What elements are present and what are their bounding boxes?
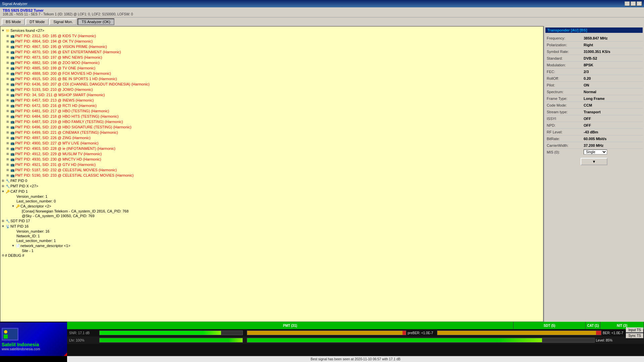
list-item[interactable]: ⊞ 📺 PMT PID: 6487, SID: 219 @ HBO FAMILY… (0, 119, 543, 124)
list-item[interactable]: ⊞ 📺 PMT PID: 6481, SID: 217 @ HBO (TESTI… (0, 108, 543, 114)
maximize-button[interactable]: □ (631, 1, 636, 6)
close-button[interactable]: X (637, 1, 642, 6)
minimize-button[interactable]: _ (625, 1, 630, 6)
mod-label: Modulation: (547, 63, 584, 67)
expand-icon[interactable]: ⊞ (6, 173, 10, 177)
list-item[interactable]: ⊞ 📺 PMT PID: 4897, SID: 226 @ ZING (Harm… (0, 135, 543, 140)
expand-icon[interactable]: ⊞ (6, 71, 10, 75)
list-item[interactable]: ⊞ 📺 PMT PID: 5190, SID: 233 @ CELESTIAL … (0, 173, 543, 178)
pmt-x-root[interactable]: ⊞ 🔧 PMT PID X <27> (0, 183, 543, 189)
param-carrier-width: CarrierWidth: 37.200 MHz (545, 142, 643, 149)
service-label: PMT PID: 5190, SID: 233 @ CELESTIAL CLAS… (15, 173, 134, 177)
param-bitrate: BitRate: 60.005 Mbit/s (545, 135, 643, 142)
list-item[interactable]: ⊞ 📺 PMT PID: 5187, SID: 232 @ CELESTIAL … (0, 167, 543, 173)
expand-icon[interactable]: ⊞ (6, 146, 10, 150)
list-item[interactable]: ⊞ 📺 PMT PID: 4915, SID: 201 @ BE IN SPOR… (0, 76, 543, 81)
list-item[interactable]: ⊞ 📺 PMT PID: 4882, SID: 198 @ ZOO MOO (H… (0, 60, 543, 65)
window-title: Signal Analyzer (2, 2, 28, 6)
expand-icon[interactable]: ⊞ (6, 109, 10, 113)
expand-icon[interactable]: ⊞ (6, 168, 10, 172)
tv-icon: 📺 (10, 109, 15, 113)
ts-analyzer-button[interactable]: TS Analyzer (OK) (77, 18, 114, 25)
expand-icon[interactable]: ⊞ (6, 120, 10, 124)
sdt-root[interactable]: ⊞ 🔧 SDT PID 17 (0, 218, 543, 224)
list-item[interactable]: ⊞ 📺 PMT PID: 4921, SID: 231 @ GTV HD (Ha… (0, 162, 543, 167)
nit-expand-icon[interactable]: ▼ (1, 224, 5, 228)
expand-icon[interactable]: ⊞ (6, 104, 10, 108)
pmt-x-label: PMT PID X <27> (10, 184, 38, 188)
list-item[interactable]: ⊞ 📺 PMT PID: 4930, SID: 230 @ MNCTV HD (… (0, 157, 543, 162)
expand-icon[interactable]: ⊞ (6, 163, 10, 167)
list-item[interactable]: ⊞ 📺 PMT PID: 4888, SID: 200 @ FOX MOVIES… (0, 71, 543, 76)
expand-icon[interactable]: ⊞ (6, 114, 10, 118)
list-item[interactable]: ⊞ 📺 PMT PID: 6496, SID: 220 @ HBO SIGNAT… (0, 124, 543, 130)
tree-panel[interactable]: ▼ 📁 Services found <27> ⊞ 📺 PMT PID: 231… (0, 26, 543, 322)
expand-icon[interactable]: ⊞ (6, 82, 10, 86)
pmt-x-expand-icon[interactable]: ⊞ (1, 184, 5, 188)
cat-root[interactable]: ▼ 🔑 CAT PID 1 (0, 189, 543, 194)
pat-root[interactable]: ⊞ 🔧 PAT PID 0 (0, 178, 543, 183)
expand-icon[interactable]: ⊞ (6, 77, 10, 81)
input-ts-button[interactable]: Input TS (626, 327, 643, 333)
list-item[interactable]: ⊞ 📺 PMT PID: 6436, SID: 207 @ CDI (CHANN… (0, 81, 543, 87)
sdt-expand-icon[interactable]: ⊞ (1, 219, 5, 223)
list-item[interactable]: ⊞ 📺 PMT PID: 5193, SID: 210 @ JOWO (Harm… (0, 87, 543, 92)
expand-icon[interactable]: ⊞ (6, 141, 10, 145)
tv-icon: 📺 (10, 135, 15, 140)
expand-icon[interactable]: ⊞ (6, 50, 10, 54)
scroll-button[interactable]: ▼ (581, 158, 607, 165)
expand-icon[interactable]: ⊞ (6, 61, 10, 65)
list-item[interactable]: ⊞ 📺 PMT PID: 4873, SID: 197 @ MNC NEWS (… (0, 55, 543, 60)
pat-expand-icon[interactable]: ⊞ (1, 179, 5, 183)
bs-mode-button[interactable]: BS Mode (2, 18, 25, 25)
std-value: DVB-S2 (584, 56, 597, 60)
list-item[interactable]: ⊞ 📺 PMT PID: 6484, SID: 218 @ HBO HITS (… (0, 114, 543, 119)
list-item[interactable]: ⊞ 📺 PMT PID: 4903, SID: 228 @ ie (INFOTA… (0, 146, 543, 151)
sync-ts-button[interactable]: Sync TS (626, 333, 643, 338)
signal-mon-button[interactable]: Signal Mon. (49, 18, 77, 25)
expand-icon[interactable]: ⊞ (6, 93, 10, 97)
list-item[interactable]: ⊞ 📺 PMT PID: 4864, SID: 194 @ OK TV (Har… (0, 39, 543, 44)
streamtype-value: Transport (584, 110, 601, 114)
expand-icon[interactable]: ⊞ (6, 152, 10, 156)
expand-icon[interactable]: ⊞ (6, 157, 10, 161)
expand-icon[interactable]: ⊞ (6, 130, 10, 134)
tv-icon: 📺 (10, 130, 15, 135)
expand-icon[interactable]: ⊞ (6, 125, 10, 129)
expand-icon[interactable]: ⊞ (6, 55, 10, 59)
debug-icon[interactable]: ⚙ (1, 253, 5, 257)
expand-icon[interactable]: ⊞ (6, 66, 10, 70)
sdt-label: SDT PID 17 (10, 219, 30, 223)
list-item[interactable]: ⊞ 📺 PMT PID: 4870, SID: 196 @ ENT ENTERT… (0, 49, 543, 55)
list-item[interactable]: ⊞ 📺 PMT PID: 4885, SID: 199 @ TV ONE (Ha… (0, 65, 543, 71)
expand-icon[interactable]: ⊞ (6, 39, 10, 43)
dt-mode-button[interactable]: DT Mode (25, 18, 49, 25)
expand-icon[interactable]: ⊞ (6, 45, 10, 49)
expand-icon[interactable]: ⊞ (6, 98, 10, 102)
services-root[interactable]: ▼ 📁 Services found <27> (0, 28, 543, 33)
list-item[interactable]: ⊞ 📺 PMT PID: 6472, SID: 216 @ RCTI HD (H… (0, 103, 543, 108)
nit-name-expand-icon[interactable]: ▼ (11, 244, 15, 248)
services-expand-icon[interactable]: ▼ (1, 28, 5, 33)
cat-ca-descriptor[interactable]: ▼ 🔑 CA_descriptor <2> (0, 203, 543, 209)
cat-expand-icon[interactable]: ▼ (1, 189, 5, 193)
ca-descriptor-expand-icon[interactable]: ▼ (11, 204, 15, 208)
nit-label: NIT PID 16 (10, 224, 29, 228)
list-item[interactable]: ⊞ 📺 PMT PID: 4900, SID: 227 @ MTV LIVE (… (0, 140, 543, 146)
param-spectrum: Spectrum: Normal (545, 88, 643, 95)
list-item[interactable]: ⊞ 📺 PMT PID: 6499, SID: 221 @ CINEMAX (T… (0, 130, 543, 135)
cat-segment: CAT (1) (586, 322, 600, 329)
expand-icon[interactable]: ⊞ (6, 136, 10, 140)
tv-icon: 📺 (10, 66, 15, 70)
nit-name-icon: 📄 (15, 243, 20, 248)
list-item[interactable]: ⊞ 📺 PMT PID: 4867, SID: 195 @ VISION PRI… (0, 44, 543, 49)
list-item[interactable]: ⊞ 📺 PMT PID: 2312, SID: 185 @ KIDS TV (H… (0, 33, 543, 39)
expand-icon[interactable]: ⊞ (6, 87, 10, 92)
expand-icon[interactable]: ⊞ (6, 34, 10, 38)
nit-network-name[interactable]: ▼ 📄 network_name_descriptor <1> (0, 243, 543, 248)
list-item[interactable]: ⊞ 📺 PMT PID: 4912, SID: 229 @ MUSLIM TV … (0, 151, 543, 157)
nit-root[interactable]: ▼ 📡 NIT PID 16 (0, 224, 543, 229)
list-item[interactable]: ⊞ 📺 PMT PID: 34, SID: 211 @ MSHOP SMART … (0, 92, 543, 98)
list-item[interactable]: ⊞ 📺 PMT PID: 6457, SID: 213 @ INEWS (Har… (0, 98, 543, 103)
mis-select[interactable]: Single (584, 149, 607, 155)
